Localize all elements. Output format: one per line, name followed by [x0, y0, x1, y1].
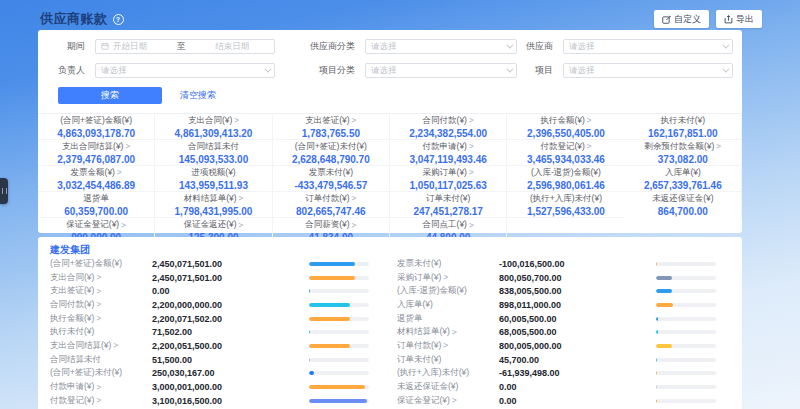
- stat-card[interactable]: 付款登记(¥)> 3,465,934,033.46: [507, 140, 624, 166]
- metric-label[interactable]: 订单付款(¥)>: [397, 340, 499, 352]
- search-button[interactable]: 搜索: [58, 87, 162, 104]
- edit-icon: [662, 15, 671, 24]
- stat-value: 4,861,309,413.20: [175, 128, 253, 139]
- project-category-select[interactable]: 请选择: [365, 63, 517, 78]
- title-wrap: 供应商账款 ?: [40, 10, 124, 28]
- stat-value: 1,050,117,025.63: [410, 180, 487, 191]
- stat-label: 入库单(¥)>: [665, 167, 701, 179]
- export-icon: [724, 15, 733, 24]
- stat-value: 247,451,278.17: [413, 206, 483, 217]
- link-arrow-icon: >: [469, 142, 474, 151]
- stat-label: 执行未付(¥)>: [661, 115, 705, 127]
- metric-label[interactable]: 支出合同结算(¥)>: [50, 340, 152, 352]
- metric-row: (合同+签证)金额(¥)> 2,450,071,501.00: [50, 257, 383, 271]
- help-icon[interactable]: ?: [113, 14, 124, 25]
- group-columns: (合同+签证)金额(¥)> 2,450,071,501.00 支出合同(¥)> …: [50, 257, 730, 409]
- stat-card[interactable]: 执行金额(¥)> 2,396,550,405.00: [507, 114, 624, 140]
- progress-bar: [309, 371, 369, 375]
- metric-value: -61,939,498.00: [499, 368, 656, 378]
- metric-label[interactable]: 保证金登记(¥)>: [397, 395, 499, 407]
- stat-card: 执行未付(¥)> 162,167,851.00: [625, 114, 742, 140]
- metric-row: 支出合同(¥)> 2,450,071,501.00: [50, 271, 383, 285]
- stat-card[interactable]: 付款申请(¥)> 3,047,119,493.46: [390, 140, 507, 166]
- link-arrow-icon: >: [469, 116, 474, 125]
- stat-card[interactable]: 剩余预付款金额(¥)> 373,082.00: [625, 140, 742, 166]
- stat-card[interactable]: 支出合同(¥)> 4,861,309,413.20: [155, 114, 272, 140]
- metric-label[interactable]: 付款申请(¥)>: [50, 381, 152, 393]
- progress-bar: [656, 303, 716, 307]
- group-name-link[interactable]: 建发集团: [50, 242, 730, 257]
- stats-grid: (合同+签证)金额(¥)> 4,863,093,178.70 支出合同(¥)> …: [38, 113, 742, 244]
- stat-card[interactable]: 支出合同结算(¥)> 2,379,476,087.00: [38, 140, 155, 166]
- metric-label[interactable]: 付款登记(¥)>: [50, 395, 152, 407]
- metric-row: 执行未付(¥)> 71,502.00: [50, 325, 383, 339]
- stat-label: (合同+签证)未付(¥)>: [295, 141, 367, 153]
- progress-bar: [309, 289, 369, 293]
- metric-row: (执行+入库)未付(¥)> -61,939,498.00: [397, 367, 730, 381]
- metric-label: 退货单>: [397, 313, 499, 325]
- metric-label: (合同+签证)金额(¥)>: [50, 258, 152, 270]
- stat-card[interactable]: 材料结算单(¥)> 1,798,431,995.00: [155, 192, 272, 218]
- metric-label[interactable]: 材料结算单(¥)>: [397, 326, 499, 338]
- progress-bar: [656, 358, 716, 362]
- metric-row: 材料结算单(¥)> 68,005,500.00: [397, 325, 730, 339]
- project-select[interactable]: 请选择: [563, 63, 733, 78]
- stat-label: 剩余预付款金额(¥)>: [644, 141, 721, 153]
- metric-row: 执行金额(¥)> 2,200,071,502.00: [50, 312, 383, 326]
- stat-card[interactable]: 合同付款(¥)> 2,234,382,554.00: [390, 114, 507, 140]
- metric-label: (入库-退货)金额(¥)>: [397, 285, 499, 297]
- metric-value: -100,016,500.00: [499, 259, 656, 269]
- chevron-down-icon: [506, 42, 513, 49]
- stat-card: 未返还保证金(¥)> 864,700.00: [625, 192, 742, 218]
- metric-row: (入库-退货)金额(¥)> 838,005,500.00: [397, 284, 730, 298]
- stat-label: 支出合同结算(¥)>: [62, 141, 130, 153]
- supplier-select[interactable]: 请选择: [563, 39, 733, 54]
- date-range-input[interactable]: 开始日期 至 结束日期: [95, 39, 275, 54]
- metric-label[interactable]: 支出合同(¥)>: [50, 272, 152, 284]
- export-button[interactable]: 导出: [716, 10, 762, 28]
- metric-value: 2,200,051,500.00: [152, 341, 309, 351]
- link-arrow-icon: >: [443, 273, 448, 282]
- metric-label[interactable]: 合同付款(¥)>: [50, 299, 152, 311]
- stat-label: 合同付款(¥)>: [423, 115, 474, 127]
- metric-label[interactable]: 执行金额(¥)>: [50, 313, 152, 325]
- metric-value: 51,500.00: [152, 355, 309, 365]
- link-arrow-icon: >: [352, 116, 357, 125]
- stat-label: 支出签证(¥)>: [305, 115, 356, 127]
- chevron-down-icon: [506, 66, 513, 73]
- stat-card[interactable]: 订单付款(¥)> 802,665,747.46: [273, 192, 390, 218]
- link-arrow-icon: >: [587, 116, 592, 125]
- chevron-down-icon: [722, 42, 729, 49]
- stat-label: 合同结算未付>: [188, 141, 239, 153]
- top-bar: 供应商账款 ? 自定义 导出: [40, 9, 762, 29]
- link-arrow-icon: >: [352, 221, 357, 230]
- customize-button[interactable]: 自定义: [654, 10, 709, 28]
- stat-label: (执行+入库)未付(¥)>: [530, 193, 602, 205]
- link-arrow-icon: >: [239, 194, 244, 203]
- stat-card[interactable]: 采购订单(¥)> 1,050,117,025.63: [390, 166, 507, 192]
- link-arrow-icon: >: [96, 396, 101, 405]
- stat-value: 145,093,533.00: [179, 154, 249, 165]
- group-right-column: 发票未付(¥)> -100,016,500.00 采购订单(¥)> 800,05…: [397, 257, 730, 409]
- metric-label: 合同结算未付>: [50, 354, 152, 366]
- date-to-label: 至: [177, 41, 186, 53]
- bar-fill: [656, 289, 672, 293]
- metric-label[interactable]: 支出签证(¥)>: [50, 285, 152, 297]
- clear-search-link[interactable]: 清空搜索: [180, 89, 216, 102]
- link-arrow-icon: >: [117, 168, 122, 177]
- owner-select[interactable]: 请选择: [95, 63, 275, 78]
- bar-fill: [309, 399, 367, 403]
- metric-label[interactable]: 采购订单(¥)>: [397, 272, 499, 284]
- stat-card[interactable]: 支出签证(¥)> 1,783,765.50: [273, 114, 390, 140]
- calendar-icon: [101, 42, 109, 52]
- bar-fill: [309, 344, 350, 348]
- progress-bar: [309, 344, 369, 348]
- supplier-category-select[interactable]: 请选择: [365, 39, 517, 54]
- project-label: 项目: [520, 64, 560, 77]
- metric-label: (合同+签证)未付(¥)>: [50, 367, 152, 379]
- progress-bar: [656, 330, 716, 334]
- stat-value: 3,032,454,486.89: [57, 180, 135, 191]
- chevron-down-icon: [264, 66, 271, 73]
- side-drawer-handle[interactable]: [0, 178, 8, 204]
- stat-card[interactable]: 发票金额(¥)> 3,032,454,486.89: [38, 166, 155, 192]
